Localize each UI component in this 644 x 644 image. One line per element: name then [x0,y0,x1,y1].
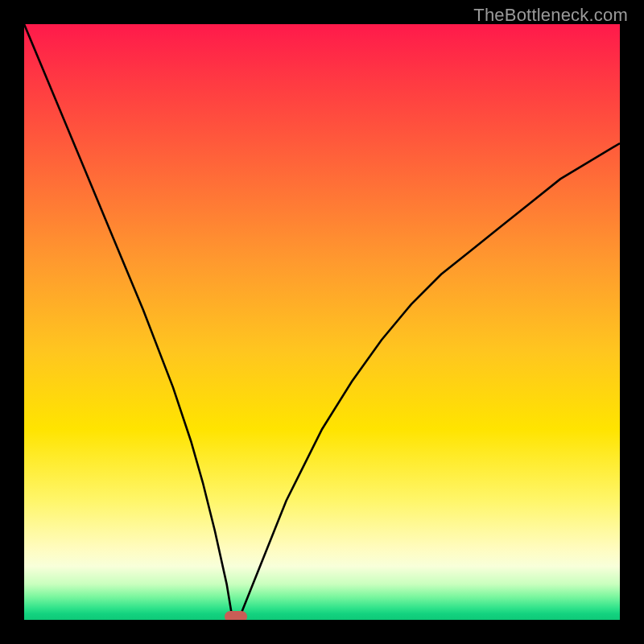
optimal-marker [225,611,247,620]
bottleneck-curve [24,24,620,620]
chart-area [24,24,620,620]
chart-svg [24,24,620,620]
watermark-text: TheBottleneck.com [473,5,628,26]
